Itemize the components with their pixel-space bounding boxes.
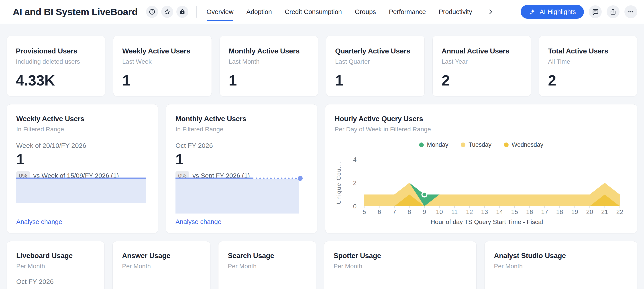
svg-text:13: 13 [481, 208, 488, 215]
kpi-title: Provisioned Users [16, 47, 96, 55]
kpi-title: Weekly Active Users [122, 47, 203, 55]
svg-text:11: 11 [451, 208, 458, 215]
card-subtitle: In Filtered Range [16, 126, 148, 133]
kpi-title: Annual Active Users [442, 47, 522, 55]
monthly-sparkline-chart[interactable] [176, 176, 305, 214]
svg-text:22: 22 [616, 208, 623, 215]
svg-text:17: 17 [541, 208, 548, 215]
kpi-value: 1 [16, 151, 148, 168]
header-divider [196, 6, 197, 18]
kpi-value: 1 [229, 72, 309, 89]
svg-text:18: 18 [556, 208, 563, 215]
chart-legend: Monday Tuesday Wednesday [335, 142, 628, 148]
kpi-value: 1 [335, 72, 416, 89]
card-title: Weekly Active Users [16, 115, 148, 123]
kpi-value: 5 [16, 286, 95, 289]
svg-text:6: 6 [378, 208, 381, 215]
tab-performance[interactable]: Performance [389, 0, 426, 24]
card-subtitle: Per Month [122, 263, 201, 270]
card-subtitle: Per Month [228, 263, 307, 270]
svg-text:9: 9 [423, 208, 426, 215]
card-title: Search Usage [228, 252, 307, 260]
tab-adoption[interactable]: Adoption [246, 0, 272, 24]
liveboard-usage-card: Liveboard Usage Per Month Oct FY 2026 5 [7, 241, 105, 289]
kpi-title: Total Active Users [548, 47, 628, 55]
analyse-change-link[interactable]: Analyse change [176, 218, 221, 226]
header-actions: AI Highlights [521, 5, 637, 19]
svg-text:15: 15 [511, 208, 518, 215]
kpi-title: Monthly Active Users [229, 47, 309, 55]
kpi-subtitle: All Time [548, 58, 628, 65]
share-icon[interactable] [606, 5, 620, 18]
card-title: Analyst Studio Usage [494, 252, 628, 260]
svg-text:16: 16 [526, 208, 533, 215]
more-icon[interactable] [624, 5, 637, 18]
svg-text:4: 4 [353, 156, 356, 163]
page-title: AI and BI System LiveBoard [13, 6, 138, 17]
comment-icon[interactable] [589, 5, 602, 18]
card-subtitle: In Filtered Range [176, 126, 308, 133]
card-title: Hourly Active Query Users [335, 115, 628, 123]
kpi-value: 2 [548, 72, 628, 89]
svg-text:0: 0 [353, 203, 356, 210]
star-icon[interactable] [161, 6, 173, 18]
ai-highlights-button[interactable]: AI Highlights [521, 5, 584, 19]
monthly-active-users-card: Monthly Active Users In Filtered Range O… [166, 104, 317, 233]
kpi-card-total-active-users: Total Active Users All Time 2 [539, 36, 637, 96]
legend-label: Monday [427, 142, 448, 148]
card-title: Monthly Active Users [176, 115, 308, 123]
card-subtitle: Per Month [16, 263, 95, 270]
tab-credit-consumption[interactable]: Credit Consumption [285, 0, 342, 24]
hourly-active-query-users-card: Hourly Active Query Users Per Day of Wee… [325, 104, 637, 233]
card-title: Answer Usage [122, 252, 201, 260]
tab-groups[interactable]: Groups [355, 0, 376, 24]
card-title: Spotter Usage [334, 252, 467, 260]
liveboard-page: AI and BI System LiveBoard Overview Adop… [0, 0, 644, 289]
kpi-subtitle: Last Year [442, 58, 522, 65]
header: AI and BI System LiveBoard Overview Adop… [0, 0, 644, 24]
legend-dot [419, 142, 424, 147]
sparkle-icon [529, 8, 536, 16]
info-icon[interactable] [146, 6, 158, 18]
card-subtitle: Per Month [334, 263, 467, 270]
kpi-card-monthly-active-users: Monthly Active Users Last Month 1 [220, 36, 318, 96]
kpi-value: 2 [442, 72, 522, 89]
legend-item-tuesday[interactable]: Tuesday [461, 142, 492, 148]
svg-text:5: 5 [362, 208, 366, 215]
period-label: Week of 20/10/FY 2026 [16, 142, 148, 150]
kpi-value: 1 [176, 151, 308, 168]
search-usage-card: Search Usage Per Month [218, 241, 316, 289]
svg-text:21: 21 [601, 208, 608, 215]
legend-dot [461, 142, 466, 147]
legend-item-monday[interactable]: Monday [419, 142, 448, 148]
lock-icon[interactable] [176, 6, 188, 18]
legend-label: Wednesday [512, 142, 543, 148]
analyst-studio-usage-card: Analyst Studio Usage Per Month [484, 241, 637, 289]
analyse-change-link[interactable]: Analyse change [16, 218, 62, 226]
kpi-subtitle: Last Quarter [335, 58, 416, 65]
kpi-card-quarterly-active-users: Quarterly Active Users Last Quarter 1 [326, 36, 425, 96]
kpi-title: Quarterly Active Users [335, 47, 416, 55]
answer-usage-card: Answer Usage Per Month [112, 241, 210, 289]
weekly-active-users-card: Weekly Active Users In Filtered Range We… [7, 104, 158, 233]
tab-overview[interactable]: Overview [207, 0, 234, 24]
kpi-subtitle: Including deleted users [16, 58, 96, 65]
svg-text:2: 2 [353, 180, 356, 186]
card-subtitle: Per Day of Week in Filtered Range [335, 126, 628, 133]
card-subtitle: Per Month [494, 263, 628, 270]
svg-text:8: 8 [408, 208, 411, 215]
svg-text:7: 7 [392, 208, 396, 215]
title-icons [146, 6, 188, 18]
x-axis-title: Hour of day TS Query Start Time - Fiscal [339, 218, 635, 226]
svg-text:19: 19 [571, 208, 578, 215]
kpi-card-weekly-active-users: Weekly Active Users Last Week 1 [113, 36, 212, 96]
legend-item-wednesday[interactable]: Wednesday [504, 142, 543, 148]
weekly-sparkline-chart[interactable] [16, 176, 146, 203]
chevron-right-icon[interactable] [487, 0, 494, 24]
kpi-subtitle: Last Week [122, 58, 203, 65]
tab-productivity[interactable]: Productivity [439, 0, 472, 24]
kpi-card-annual-active-users: Annual Active Users Last Year 2 [432, 36, 531, 96]
ai-highlights-label: AI Highlights [540, 8, 576, 16]
period-label: Oct FY 2026 [176, 142, 308, 150]
hourly-area-chart[interactable]: 5678910111213141516171819202122024 [339, 156, 635, 225]
